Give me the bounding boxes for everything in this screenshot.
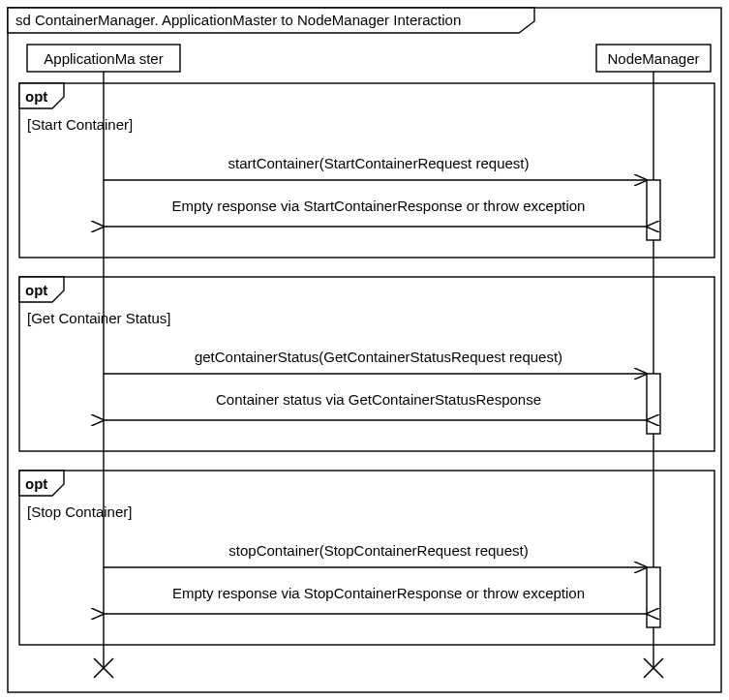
diagram-title: sd ContainerManager. ApplicationMaster t…: [15, 12, 461, 28]
diagram-title-tab: sd ContainerManager. ApplicationMaster t…: [8, 8, 534, 33]
fragment-operator: opt: [25, 282, 47, 298]
fragment-operator: opt: [25, 88, 47, 105]
participant-right-label: NodeManager: [607, 50, 699, 67]
participant-right: NodeManager: [596, 45, 711, 72]
activation-bar: [647, 374, 660, 434]
message-label: Empty response via StopContainerResponse…: [172, 585, 585, 601]
message-label: startContainer(StartContainerRequest req…: [228, 155, 530, 171]
activation-bar: [647, 567, 660, 627]
message-label: Container status via GetContainerStatusR…: [216, 391, 541, 408]
participant-left: ApplicationMa ster: [27, 45, 180, 72]
fragment-guard: [Get Container Status]: [27, 310, 170, 326]
message-label: stopContainer(StopContainerRequest reque…: [228, 542, 528, 559]
activation-bar: [647, 180, 660, 240]
message-label: Empty response via StartContainerRespons…: [172, 198, 586, 214]
fragment-guard: [Stop Container]: [27, 503, 132, 520]
fragment-operator: opt: [25, 475, 47, 492]
message-label: getContainerStatus(GetContainerStatusReq…: [195, 349, 562, 365]
sequence-diagram: sd ContainerManager. ApplicationMaster t…: [0, 0, 729, 700]
participant-left-label: ApplicationMa ster: [44, 50, 163, 67]
fragment-guard: [Start Container]: [27, 116, 133, 133]
